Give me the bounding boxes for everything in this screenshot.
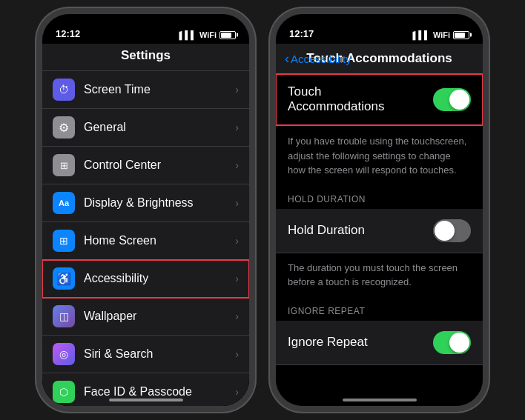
ignore-repeat-row[interactable]: Ignore Repeat — [276, 321, 483, 365]
signal-icon: ▌▌▌ — [179, 30, 196, 39]
touch-label-line2: Accommodations — [288, 99, 384, 114]
settings-item-general[interactable]: ⚙ General › — [42, 109, 249, 147]
hold-duration-description: The duration you must touch the screen b… — [276, 253, 483, 300]
chevron-icon: › — [235, 84, 239, 96]
face-id-icon: ⬡ — [53, 381, 75, 403]
chevron-icon: › — [235, 235, 239, 247]
display-icon: Aa — [53, 192, 75, 214]
display-label: Display & Brightness — [84, 196, 226, 210]
toggle-knob-hold — [435, 221, 455, 241]
settings-list: ⏱ Screen Time › ⚙ General › ⊞ Control Ce… — [42, 71, 249, 406]
chevron-icon: › — [235, 197, 239, 209]
general-label: General — [84, 121, 226, 134]
back-label: Accessibility — [291, 53, 351, 65]
notch — [102, 14, 191, 32]
screen-time-label: Screen Time — [84, 83, 226, 96]
settings-item-siri[interactable]: ◎ Siri & Search › — [42, 336, 249, 373]
touch-accommodations-toggle-row[interactable]: Touch Accommodations — [276, 74, 483, 125]
touch-label-line1: Touch — [288, 84, 384, 99]
chevron-icon: › — [235, 273, 239, 284]
settings-item-home-screen[interactable]: ⊞ Home Screen › — [42, 222, 249, 260]
touch-accommodations-description: If you have trouble using the touchscree… — [276, 125, 483, 188]
accessibility-icon: ♿ — [53, 267, 75, 290]
screen-right: ‹ Accessibility Touch Accommodations Tou… — [276, 44, 483, 412]
screen-time-icon: ⏱ — [53, 79, 75, 101]
touch-accommodations-label: Touch Accommodations — [288, 84, 384, 114]
wallpaper-icon: ◫ — [53, 305, 75, 327]
chevron-icon: › — [235, 310, 239, 322]
chevron-icon: › — [235, 159, 239, 171]
ignore-repeat-toggle[interactable] — [433, 331, 471, 354]
wifi-icon-right: WiFi — [433, 30, 450, 39]
wifi-icon: WiFi — [199, 30, 217, 39]
chevron-icon: › — [235, 386, 239, 398]
ignore-repeat-section-header: IGNORE REPEAT — [276, 300, 483, 321]
chevron-icon: › — [235, 348, 239, 360]
control-center-label: Control Center — [84, 159, 226, 172]
home-screen-label: Home Screen — [84, 234, 226, 247]
home-indicator — [109, 399, 183, 401]
signal-icon-right: ▌▌▌ — [412, 30, 429, 39]
settings-title: Settings — [121, 48, 171, 62]
settings-item-wallpaper[interactable]: ◫ Wallpaper › — [42, 298, 249, 336]
status-icons-left: ▌▌▌ WiFi — [179, 30, 236, 39]
touch-accommodations-toggle[interactable] — [433, 88, 471, 111]
battery-icon — [219, 31, 236, 39]
back-button[interactable]: ‹ Accessibility — [285, 51, 351, 67]
accessibility-label: Accessibility — [84, 272, 226, 285]
hold-duration-toggle[interactable] — [433, 219, 471, 242]
siri-label: Siri & Search — [84, 347, 226, 361]
toggle-knob-ignore — [449, 333, 469, 353]
home-icon: ⊞ — [53, 230, 75, 252]
general-icon: ⚙ — [53, 116, 75, 139]
toggle-knob — [449, 90, 469, 110]
hold-duration-label: Hold Duration — [288, 223, 365, 238]
notch-right — [335, 14, 424, 32]
siri-icon: ◎ — [53, 343, 75, 365]
time-left: 12:12 — [56, 28, 80, 39]
chevron-icon: › — [235, 121, 239, 133]
back-chevron-icon: ‹ — [285, 51, 289, 67]
settings-item-screen-time[interactable]: ⏱ Screen Time › — [42, 71, 249, 109]
control-center-icon: ⊞ — [53, 154, 75, 176]
battery-icon-right — [453, 31, 469, 39]
status-icons-right: ▌▌▌ WiFi — [412, 30, 469, 39]
settings-item-control-center[interactable]: ⊞ Control Center › — [42, 147, 249, 184]
screen-left: Settings ⏱ Screen Time › ⚙ General › — [42, 44, 249, 406]
right-phone: 12:17 ▌▌▌ WiFi ‹ Accessibility Touch Acc… — [270, 8, 489, 412]
wallpaper-label: Wallpaper — [84, 310, 226, 323]
settings-item-display[interactable]: Aa Display & Brightness › — [42, 184, 249, 222]
left-phone: 12:12 ▌▌▌ WiFi Settings ⏱ Screen Time › — [36, 8, 255, 412]
hold-duration-row[interactable]: Hold Duration — [276, 209, 483, 253]
hold-duration-section-header: HOLD DURATION — [276, 188, 483, 209]
battery-fill-right — [455, 33, 465, 38]
battery-fill — [221, 33, 231, 38]
home-indicator-right — [343, 399, 417, 401]
time-right: 12:17 — [289, 28, 314, 39]
settings-header: Settings — [42, 44, 249, 71]
ignore-repeat-label: Ignore Repeat — [288, 335, 368, 350]
face-id-label: Face ID & Passcode — [84, 385, 226, 399]
touch-nav-header: ‹ Accessibility Touch Accommodations — [276, 44, 483, 74]
settings-item-accessibility[interactable]: ♿ Accessibility › — [42, 260, 249, 298]
